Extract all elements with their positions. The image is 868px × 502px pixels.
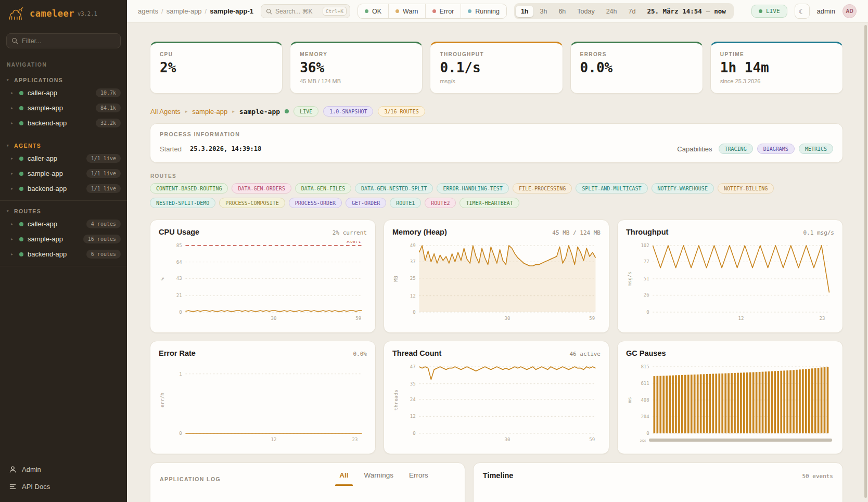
- dashboard-content: CPU2%MEMORY36%45 MB / 124 MBTHROUGHPUT0.…: [127, 23, 868, 502]
- chart-plot-memory-heap: 012253749MB3059: [392, 241, 601, 323]
- sidebar-section-header-applications[interactable]: ▾APPLICATIONS: [0, 75, 127, 85]
- chart-header: GC Pauses: [626, 349, 834, 357]
- log-tab-errors[interactable]: Errors: [409, 471, 428, 486]
- item-badge: 84.1k: [96, 104, 121, 112]
- svg-text:2026: 2026: [640, 439, 646, 442]
- avatar[interactable]: AD: [843, 4, 857, 18]
- route-badge-data-gen-nested-split[interactable]: DATA-GEN-NESTED-SPLIT: [355, 183, 433, 194]
- sidebar-item-routes-backend-app[interactable]: ▸backend-app6 routes: [0, 247, 127, 262]
- status-filter-label: Error: [440, 8, 454, 15]
- status-filter-label: OK: [372, 8, 381, 15]
- item-badge: 16 routes: [83, 235, 121, 243]
- route-badge-route2[interactable]: ROUTE2: [425, 198, 456, 208]
- app-logo[interactable]: cameleer v3.2.1: [0, 0, 127, 26]
- route-badge-notify-billing[interactable]: NOTIFY-BILLING: [718, 183, 774, 194]
- chart-card-gc-pauses: GC Pauses0204408611815ms2026: [617, 341, 843, 454]
- global-search[interactable]: Search... ⌘K Ctrl+K: [261, 4, 350, 18]
- status-dot-icon: [19, 237, 23, 241]
- route-badge-nested-split-demo[interactable]: NESTED-SPLIT-DEMO: [150, 198, 215, 208]
- log-tab-all[interactable]: All: [339, 471, 348, 486]
- route-badge-notify-warehouse[interactable]: NOTIFY-WAREHOUSE: [652, 183, 714, 194]
- navigation-label: NAVIGATION: [7, 62, 127, 68]
- route-badge-data-gen-orders[interactable]: DATA-GEN-ORDERS: [232, 183, 291, 194]
- breadcrumb-agents[interactable]: agents: [138, 7, 158, 15]
- chevron-down-icon: ▾: [7, 209, 9, 213]
- chart-header: Memory (Heap)45 MB / 124 MB: [392, 228, 601, 236]
- status-dot-icon: [19, 91, 23, 95]
- sidebar-section-header-agents[interactable]: ▾AGENTS: [0, 140, 127, 151]
- item-badge: 10.7k: [96, 88, 121, 97]
- sidebar-item-routes-caller-app[interactable]: ▸caller-app4 routes: [0, 216, 127, 231]
- sidebar-footer: Admin API Docs: [0, 457, 127, 502]
- sidebar-section-header-routes[interactable]: ▾ROUTES: [0, 206, 127, 216]
- time-range-24h[interactable]: 24h: [601, 6, 622, 17]
- vertical-scrollbar[interactable]: [864, 25, 867, 498]
- dark-mode-toggle[interactable]: ☾: [795, 4, 810, 19]
- agent-crumb-all-agents[interactable]: All Agents: [150, 108, 181, 115]
- timeline-event-count: 50 events: [802, 473, 833, 480]
- chart-plot-cpu-usage: 021436485Alert%3059: [159, 241, 367, 323]
- sidebar-item-applications-backend-app[interactable]: ▸backend-app32.2k: [0, 115, 127, 131]
- live-toggle[interactable]: LIVE: [751, 5, 787, 18]
- sidebar-filter: [6, 33, 121, 48]
- time-range-today[interactable]: Today: [572, 6, 599, 17]
- route-badge-get-order[interactable]: GET-ORDER: [346, 198, 386, 208]
- sidebar-item-agents-sample-app[interactable]: ▸sample-app1/1 live: [0, 166, 127, 181]
- time-display-now: now: [714, 7, 726, 15]
- chart-plot-error-rate: 01err/h1223: [159, 363, 367, 444]
- time-range-3h[interactable]: 3h: [534, 6, 552, 17]
- sidebar-item-agents-backend-app[interactable]: ▸backend-app1/1 live: [0, 181, 127, 196]
- route-badge-split-and-multicast[interactable]: SPLIT-AND-MULTICAST: [576, 183, 647, 194]
- svg-text:0: 0: [646, 430, 649, 436]
- time-range-1h[interactable]: 1h: [516, 6, 534, 17]
- route-badge-timer-heartbeat[interactable]: TIMER-HEARTBEAT: [459, 198, 519, 208]
- sidebar-item-admin[interactable]: Admin: [7, 462, 120, 477]
- breadcrumb-app[interactable]: sample-app: [167, 7, 202, 15]
- item-label: sample-app: [28, 235, 79, 243]
- svg-text:611: 611: [641, 380, 649, 386]
- capability-badge-diagrams: DIAGRAMS: [757, 144, 795, 154]
- sidebar-item-api-docs[interactable]: API Docs: [7, 480, 120, 494]
- chart-header: Throughput0.1 msg/s: [626, 228, 834, 236]
- sidebar-item-agents-caller-app[interactable]: ▸caller-app1/1 live: [0, 151, 127, 166]
- sidebar-item-routes-sample-app[interactable]: ▸sample-app16 routes: [0, 231, 127, 247]
- svg-text:%: %: [159, 277, 165, 280]
- agent-breadcrumb: All Agents▸sample-app▸sample-appLIVE1.0-…: [150, 106, 843, 117]
- chart-card-cpu-usage: CPU Usage2% current021436485Alert%3059: [150, 220, 376, 333]
- chart-title: Thread Count: [392, 349, 441, 357]
- agent-crumb-sample-app[interactable]: sample-app: [192, 108, 227, 115]
- moon-icon: ☾: [799, 7, 806, 16]
- route-badge-process-composite[interactable]: PROCESS-COMPOSITE: [219, 198, 285, 208]
- route-badge-data-gen-files[interactable]: DATA-GEN-FILES: [295, 183, 351, 194]
- kpi-label: CPU: [160, 52, 273, 57]
- filter-input[interactable]: [22, 37, 116, 45]
- kpi-label: UPTIME: [720, 52, 833, 57]
- username: admin: [817, 7, 835, 15]
- sidebar-sections: ▾APPLICATIONS▸caller-app10.7k▸sample-app…: [0, 70, 127, 266]
- kpi-label: THROUGHPUT: [440, 52, 553, 57]
- status-filter-warn[interactable]: Warn: [389, 4, 425, 18]
- chevron-right-icon: ▸: [11, 252, 15, 256]
- capabilities-label: Capabilities: [677, 145, 712, 153]
- item-label: backend-app: [28, 185, 82, 192]
- route-badge-file-processing[interactable]: FILE-PROCESSING: [513, 183, 572, 194]
- started-value: 25.3.2026, 14:39:18: [190, 145, 261, 152]
- svg-text:threads: threads: [393, 390, 399, 410]
- sidebar-item-applications-caller-app[interactable]: ▸caller-app10.7k: [0, 85, 127, 100]
- section-label: APPLICATIONS: [14, 77, 63, 83]
- route-badge-process-order[interactable]: PROCESS-ORDER: [289, 198, 342, 208]
- route-badge-route1[interactable]: ROUTE1: [390, 198, 421, 208]
- time-range-6h[interactable]: 6h: [553, 6, 571, 17]
- app-version: v3.2.1: [78, 10, 97, 17]
- time-range-7d[interactable]: 7d: [623, 6, 641, 17]
- status-filter-error[interactable]: Error: [426, 4, 462, 18]
- route-badge-content-based-routing[interactable]: CONTENT-BASED-ROUTING: [150, 183, 228, 194]
- sidebar-item-applications-sample-app[interactable]: ▸sample-app84.1k: [0, 100, 127, 115]
- svg-text:30: 30: [271, 315, 277, 321]
- svg-text:59: 59: [355, 315, 361, 321]
- route-badge-error-handling-test[interactable]: ERROR-HANDLING-TEST: [437, 183, 508, 194]
- status-filter-ok[interactable]: OK: [358, 4, 389, 18]
- status-filter-running[interactable]: Running: [461, 4, 506, 18]
- log-tab-warnings[interactable]: Warnings: [364, 471, 394, 486]
- sidebar: cameleer v3.2.1 NAVIGATION ▾APPLICATIONS…: [0, 0, 127, 502]
